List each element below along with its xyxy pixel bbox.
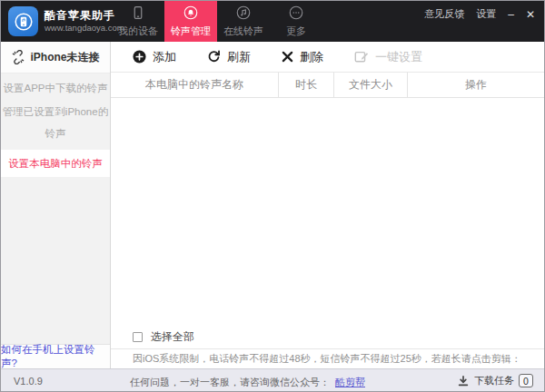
tab-more[interactable]: 更多 — [270, 1, 322, 42]
connection-status: iPhone未连接 — [1, 42, 110, 74]
close-button[interactable]: ✕ — [526, 8, 535, 21]
refresh-icon — [207, 50, 221, 64]
toolbar: 添加 刷新 — [111, 42, 544, 73]
app-logo-icon — [8, 6, 38, 36]
tab-label: 铃声管理 — [171, 24, 211, 38]
content-panel: 添加 刷新 — [111, 42, 544, 368]
sidebar-item-iphone-ringtones[interactable]: 管理已设置到iPhone的铃声 — [1, 101, 110, 122]
refresh-label: 刷新 — [227, 49, 251, 65]
tab-online-ringtones[interactable]: 在线铃声 — [217, 1, 270, 42]
support-message: 任何问题，一对一客服，请咨询微信公众号： — [130, 377, 330, 387]
add-button[interactable]: 添加 — [133, 49, 176, 65]
refresh-button[interactable]: 刷新 — [207, 49, 251, 65]
main-area: iPhone未连接 设置APP中下载的铃声 管理已设置到iPhone的铃声 设置… — [1, 42, 544, 368]
add-label: 添加 — [153, 49, 176, 65]
download-label: 下载任务 — [474, 374, 514, 387]
settings-button[interactable]: 设置 — [476, 7, 496, 21]
tab-label: 更多 — [286, 24, 306, 38]
table-header: 本电脑中的铃声名称 时长 文件大小 操作 — [111, 73, 544, 98]
tab-my-devices[interactable]: 我的设备 — [112, 1, 164, 42]
sidebar: iPhone未连接 设置APP中下载的铃声 管理已设置到iPhone的铃声 设置… — [1, 42, 111, 368]
download-icon — [457, 375, 470, 387]
delete-icon — [282, 51, 293, 63]
delete-button[interactable]: 删除 — [282, 49, 323, 65]
column-header-filesize: 文件大小 — [333, 73, 407, 97]
onekey-setup-icon — [354, 50, 369, 64]
column-header-name: 本电脑中的铃声名称 — [111, 73, 278, 97]
bell-icon — [183, 5, 199, 21]
broken-link-icon — [11, 50, 25, 64]
column-header-duration: 时长 — [278, 73, 333, 97]
music-note-icon — [235, 5, 252, 21]
restriction-note: 因iOS系统限制，电话铃声不得超过48秒，短信铃声不得超过25秒，若超长请点击剪… — [111, 348, 544, 368]
top-bar: 酷音苹果助手 www.tangdaoya.com 我的设备 — [1, 1, 544, 42]
more-icon — [288, 5, 304, 21]
status-bar: V1.0.9 任何问题，一对一客服，请咨询微信公众号：酷剪帮 下载任务 0 — [1, 368, 544, 392]
support-text: 任何问题，一对一客服，请咨询微信公众号：酷剪帮 — [130, 376, 365, 389]
column-header-action: 操作 — [407, 73, 544, 97]
tab-label: 我的设备 — [118, 24, 158, 38]
download-count-badge: 0 — [519, 374, 533, 387]
onekey-setup-label: 一键设置 — [375, 49, 422, 65]
feedback-button[interactable]: 意见反馈 — [424, 7, 464, 21]
sidebar-menu: 设置APP中下载的铃声 管理已设置到iPhone的铃声 设置本电脑中的铃声 — [1, 74, 110, 344]
phone-icon — [130, 5, 146, 21]
app-window: 酷音苹果助手 www.tangdaoya.com 我的设备 — [0, 0, 545, 392]
version-label: V1.0.9 — [14, 376, 43, 387]
titlebar-controls: 意见反馈 设置 – ✕ — [424, 7, 535, 21]
ringtone-list-empty — [111, 98, 544, 325]
help-link[interactable]: 如何在手机上设置铃声? — [1, 344, 110, 368]
select-all-checkbox[interactable] — [133, 332, 143, 342]
main-tabs: 我的设备 铃声管理 — [112, 1, 322, 42]
download-tasks[interactable]: 下载任务 0 — [457, 374, 533, 387]
add-icon — [133, 50, 146, 64]
select-all-label: 选择全部 — [151, 329, 194, 345]
minimize-button[interactable]: – — [508, 8, 514, 21]
tab-ringtone-manage[interactable]: 铃声管理 — [164, 1, 217, 42]
tab-label: 在线铃声 — [223, 24, 263, 38]
sidebar-item-app-ringtones[interactable]: 设置APP中下载的铃声 — [1, 77, 110, 99]
onekey-setup-button: 一键设置 — [354, 49, 422, 65]
select-all-row: 选择全部 — [111, 325, 544, 348]
wechat-account-link[interactable]: 酷剪帮 — [335, 377, 365, 387]
delete-label: 删除 — [300, 49, 323, 65]
app-logo: 酷音苹果助手 www.tangdaoya.com — [1, 1, 112, 42]
connection-status-label: iPhone未连接 — [30, 50, 99, 65]
sidebar-item-local-ringtones[interactable]: 设置本电脑中的铃声 — [1, 150, 110, 177]
